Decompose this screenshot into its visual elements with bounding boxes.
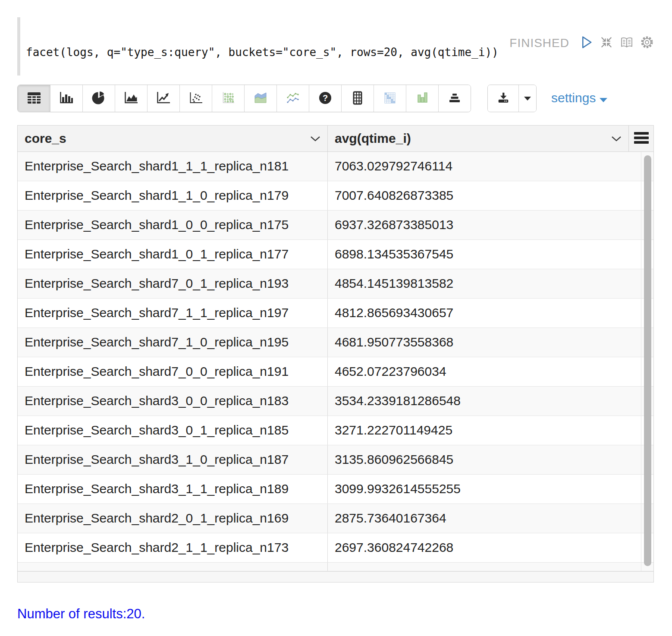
table-row: Enterprise_Search_shard7_0_1_replica_n19…: [18, 269, 653, 299]
table-row: Enterprise_Search_shard7_1_0_replica_n19…: [18, 328, 653, 357]
compress-icon: [600, 36, 613, 50]
core-s-cell: Enterprise_Search_shard1_1_1_replica_n18…: [18, 152, 328, 181]
table-icon: [26, 91, 42, 107]
pivot-table-icon: [350, 91, 365, 107]
core-s-cell: Enterprise_Search_shard3_1_0_replica_n18…: [18, 445, 328, 474]
table-row: Enterprise_Search_shard3_0_0_replica_n18…: [18, 387, 653, 416]
gear-icon: [640, 35, 654, 50]
area-chart-button[interactable]: [115, 85, 147, 112]
core-s-cell: Enterprise_Search_shard3_1_1_replica_n18…: [18, 475, 328, 504]
table-row: Enterprise_Search_shard1_0_1_replica_n17…: [18, 240, 653, 269]
settings-dropdown[interactable]: settings: [551, 91, 607, 105]
notebook-paragraph: FINISHED: [0, 17, 672, 622]
line-chart-button[interactable]: [147, 85, 179, 112]
download-icon: [496, 91, 510, 106]
pie-chart-icon: [91, 91, 106, 107]
help-button[interactable]: ?: [309, 85, 341, 112]
grid-menu-button[interactable]: [629, 126, 653, 151]
table-row: Enterprise_Search_shard3_1_1_replica_n18…: [18, 475, 653, 504]
avg-qtime-cell: 3534.2339181286548: [328, 387, 641, 416]
vertical-scrollbar[interactable]: [644, 155, 651, 566]
table-row-partial: [18, 563, 653, 571]
results-count-text: Number of results:20.: [17, 606, 654, 622]
core-s-cell: Enterprise_Search_shard7_0_0_replica_n19…: [18, 357, 328, 386]
area-chart-icon: [123, 91, 139, 107]
bar-chart-icon: [59, 91, 74, 107]
stacked-area-chart-button[interactable]: [244, 85, 276, 112]
column-header-avg-qtime[interactable]: avg(qtime_i): [328, 126, 629, 151]
column-header-core-s[interactable]: core_s: [18, 126, 328, 151]
pie-chart-button[interactable]: [82, 85, 115, 112]
svg-text:?: ?: [323, 93, 328, 103]
grouped-bar-chart-icon: [415, 91, 430, 107]
table-row: Enterprise_Search_shard3_0_1_replica_n18…: [18, 416, 653, 445]
table-view-button[interactable]: [18, 85, 50, 112]
core-s-cell: Enterprise_Search_shard1_1_0_replica_n17…: [18, 181, 328, 210]
table-row: Enterprise_Search_shard2_1_1_replica_n17…: [18, 533, 653, 563]
avg-qtime-cell: 3271.222701149425: [328, 416, 641, 445]
core-s-cell: Enterprise_Search_shard3_0_1_replica_n18…: [18, 416, 328, 445]
download-options-button[interactable]: [518, 85, 536, 112]
paragraph-control-bar: FINISHED: [509, 35, 654, 50]
core-s-cell: Enterprise_Search_shard2_1_1_replica_n17…: [18, 533, 328, 562]
visualization-toolbar: ?: [17, 85, 654, 112]
avg-qtime-cell: 7063.029792746114: [328, 152, 641, 181]
bar-chart-button[interactable]: [50, 85, 82, 112]
core-s-cell: Enterprise_Search_shard7_1_1_replica_n19…: [18, 299, 328, 327]
scatter-chart-button[interactable]: [179, 85, 212, 112]
scatter-chart-icon: [188, 91, 204, 107]
table-row: Enterprise_Search_shard2_0_1_replica_n16…: [18, 504, 653, 533]
multi-line-chart-icon: [285, 91, 301, 107]
table-row: Enterprise_Search_shard1_1_0_replica_n17…: [18, 181, 653, 211]
avg-qtime-cell: 6898.134535367545: [328, 240, 641, 269]
column-header-label: core_s: [25, 131, 66, 146]
table-rows: Enterprise_Search_shard1_1_1_replica_n18…: [18, 152, 653, 571]
caret-down-icon: [600, 91, 607, 105]
help-icon: ?: [318, 91, 333, 107]
core-s-cell: Enterprise_Search_shard7_1_0_replica_n19…: [18, 328, 328, 357]
paragraph-settings-button[interactable]: [640, 35, 654, 50]
table-header-row: core_s avg(qtime_i): [18, 126, 653, 152]
chevron-down-icon[interactable]: [310, 136, 320, 142]
avg-qtime-cell: 4812.865693430657: [328, 299, 641, 327]
bubble-chart-button[interactable]: [212, 85, 244, 112]
pivot-table-button[interactable]: [341, 85, 374, 112]
core-s-cell: Enterprise_Search_shard2_0_1_replica_n16…: [18, 504, 328, 533]
avg-qtime-cell: 4681.950773558368: [328, 328, 641, 357]
avg-qtime-cell: 3099.9932614555255: [328, 475, 641, 504]
line-chart-icon: [156, 91, 171, 107]
table-row: Enterprise_Search_shard7_1_1_replica_n19…: [18, 299, 653, 328]
avg-qtime-cell: 7007.640826873385: [328, 181, 641, 210]
ranges-chart-icon: [447, 91, 462, 107]
collapse-button[interactable]: [600, 36, 613, 50]
horizontal-scrollbar[interactable]: [18, 571, 653, 582]
results-table: core_s avg(qtime_i): [17, 125, 654, 582]
core-s-cell: Enterprise_Search_shard1_0_1_replica_n17…: [18, 240, 328, 269]
caret-down-icon: [524, 95, 531, 102]
hamburger-icon: [634, 132, 649, 145]
core-s-cell: Enterprise_Search_shard7_0_1_replica_n19…: [18, 269, 328, 298]
report-view-button[interactable]: [620, 36, 634, 50]
avg-qtime-cell: 2697.360824742268: [328, 533, 641, 562]
book-icon: [620, 36, 634, 50]
stacked-area-chart-icon: [253, 91, 268, 107]
table-row: Enterprise_Search_shard7_0_0_replica_n19…: [18, 357, 653, 387]
run-button[interactable]: [580, 35, 593, 50]
chevron-down-icon[interactable]: [611, 136, 622, 142]
avg-qtime-cell: 4854.145139813582: [328, 269, 641, 298]
table-row: Enterprise_Search_shard3_1_0_replica_n18…: [18, 445, 653, 475]
heatmap-icon: [383, 91, 397, 107]
core-s-cell: Enterprise_Search_shard3_0_0_replica_n18…: [18, 387, 328, 416]
avg-qtime-cell: 4652.07223796034: [328, 357, 641, 386]
grouped-bar-chart-button[interactable]: [406, 85, 438, 112]
chart-type-button-group: ?: [17, 85, 471, 112]
download-button[interactable]: [488, 85, 518, 112]
heatmap-button[interactable]: [374, 85, 406, 112]
avg-qtime-cell: 2875.73640167364: [328, 504, 641, 533]
multi-line-chart-button[interactable]: [276, 85, 309, 112]
column-header-label: avg(qtime_i): [335, 131, 411, 146]
avg-qtime-cell: 6937.326873385013: [328, 211, 641, 239]
ranges-chart-button[interactable]: [438, 85, 471, 112]
table-row: Enterprise_Search_shard1_1_1_replica_n18…: [18, 152, 653, 181]
avg-qtime-cell: 3135.860962566845: [328, 445, 641, 474]
